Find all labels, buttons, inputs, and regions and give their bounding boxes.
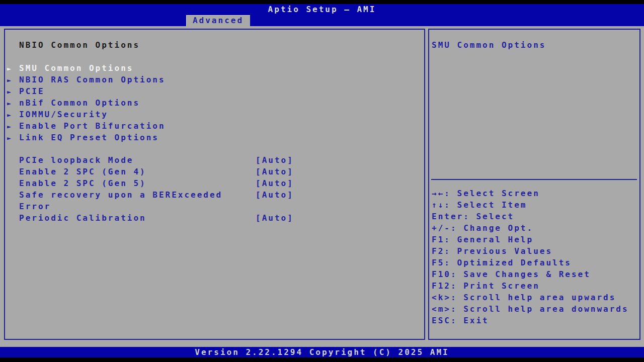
submenu-list: ►SMU Common Options ►NBIO RAS Common Opt… — [5, 62, 424, 143]
help-key-line: F5: Optimized Defaults — [432, 257, 639, 268]
option-row[interactable]: Enable 2 SPC (Gen 4) [Auto] — [5, 166, 424, 177]
app-title: Aptio Setup – AMI — [0, 4, 644, 15]
help-key-line: F2: Previous Values — [432, 245, 639, 257]
bios-screen: Aptio Setup – AMI Advanced NBIO Common O… — [0, 0, 644, 362]
menu-panel: NBIO Common Options ►SMU Common Options … — [4, 29, 425, 340]
submenu-arrow-icon: ► — [7, 63, 19, 74]
titlebar: Aptio Setup – AMI Advanced — [0, 4, 644, 26]
option-value: [Auto] — [256, 177, 294, 189]
option-row[interactable]: Safe recovery upon a BERExceeded Error [… — [5, 189, 424, 212]
options-list: PCIe loopback Mode [Auto] Enable 2 SPC (… — [5, 154, 424, 224]
submenu-item[interactable]: ►nBif Common Options — [5, 97, 424, 109]
version-text: Version 2.22.1294 Copyright (C) 2025 AMI — [195, 347, 449, 357]
submenu-item[interactable]: ►Link EQ Preset Options — [5, 132, 424, 143]
help-key-line: ↑↓: Select Item — [432, 199, 639, 211]
key-legend: →←: Select Screen ↑↓: Select Item Enter:… — [432, 188, 639, 326]
help-key-line: F1: General Help — [432, 234, 639, 245]
help-divider — [431, 179, 637, 180]
option-label: Periodic Calibration — [19, 212, 256, 224]
option-label: Safe recovery upon a BERExceeded Error — [19, 189, 256, 212]
submenu-item-label: PCIE — [19, 86, 45, 96]
submenu-arrow-icon: ► — [7, 121, 19, 132]
help-key-line: F10: Save Changes & Reset — [432, 268, 639, 280]
option-value: [Auto] — [256, 154, 294, 166]
option-label: Enable 2 SPC (Gen 5) — [19, 177, 256, 189]
main-area: NBIO Common Options ►SMU Common Options … — [0, 26, 644, 347]
submenu-item-label: Link EQ Preset Options — [19, 133, 159, 142]
option-value: [Auto] — [256, 166, 294, 177]
submenu-item-label: Enable Port Bifurcation — [19, 121, 166, 131]
option-label: Enable 2 SPC (Gen 4) — [19, 166, 256, 177]
submenu-item[interactable]: ►IOMMU/Security — [5, 109, 424, 120]
option-row[interactable]: Enable 2 SPC (Gen 5) [Auto] — [5, 177, 424, 189]
submenu-item[interactable]: ►PCIE — [5, 85, 424, 97]
submenu-item-label: NBIO RAS Common Options — [19, 75, 166, 84]
version-bar: Version 2.22.1294 Copyright (C) 2025 AMI — [0, 347, 644, 357]
submenu-item[interactable]: ►NBIO RAS Common Options — [5, 74, 424, 85]
help-key-line: F12: Print Screen — [432, 280, 639, 292]
help-description: SMU Common Options — [432, 39, 639, 51]
tab-advanced[interactable]: Advanced — [186, 15, 250, 26]
help-key-line: <k>: Scroll help area upwards — [432, 292, 639, 303]
help-key-line: <m>: Scroll help area downwards — [432, 303, 639, 315]
help-key-line: +/-: Change Opt. — [432, 222, 639, 234]
option-value: [Auto] — [256, 189, 294, 201]
submenu-item[interactable]: ►SMU Common Options — [5, 62, 424, 74]
page-title: NBIO Common Options — [19, 39, 424, 51]
help-panel: SMU Common Options →←: Select Screen ↑↓:… — [428, 29, 640, 340]
help-key-line: Enter: Select — [432, 211, 639, 222]
option-label: PCIe loopback Mode — [19, 154, 256, 166]
submenu-arrow-icon: ► — [7, 98, 19, 109]
submenu-item-label: SMU Common Options — [19, 63, 133, 73]
help-key-line: ESC: Exit — [432, 315, 639, 326]
submenu-arrow-icon: ► — [7, 74, 19, 86]
option-value: [Auto] — [256, 212, 294, 224]
help-key-line: →←: Select Screen — [432, 188, 639, 199]
option-row[interactable]: Periodic Calibration [Auto] — [5, 212, 424, 224]
submenu-arrow-icon: ► — [7, 86, 19, 98]
submenu-item-label: nBif Common Options — [19, 98, 140, 108]
submenu-arrow-icon: ► — [7, 109, 19, 121]
submenu-item[interactable]: ►Enable Port Bifurcation — [5, 120, 424, 132]
submenu-arrow-icon: ► — [7, 132, 19, 144]
submenu-item-label: IOMMU/Security — [19, 110, 108, 119]
option-row[interactable]: PCIe loopback Mode [Auto] — [5, 154, 424, 166]
